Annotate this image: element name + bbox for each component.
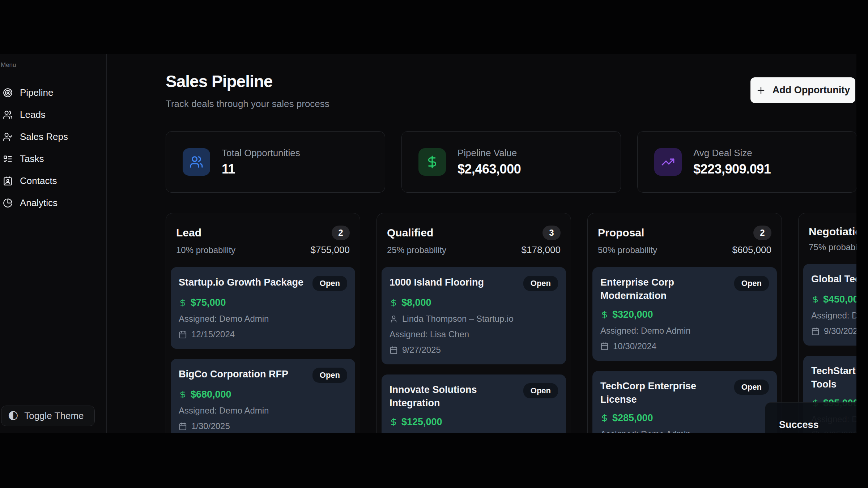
dollar-sign-icon (811, 295, 820, 304)
opportunity-contact: Linda Thompson – Startup.io (402, 314, 514, 324)
dollar-sign-icon (600, 414, 609, 422)
column-name: Negotiation (809, 226, 856, 238)
opportunity-title: TechStart Tools (811, 364, 856, 391)
opportunity-assigned: Assigned: Lisa Chen (390, 329, 469, 339)
column-cards: 1000 Island Flooring Open $8,000 Linda T… (382, 267, 566, 433)
dollar-sign-icon (390, 299, 398, 307)
column-total: $605,000 (732, 244, 771, 256)
user-check-icon (3, 132, 13, 142)
column-probability: 10% probability (176, 245, 235, 255)
opportunity-card[interactable]: BigCo Corporation RFP Open $680,000 (171, 359, 355, 433)
opportunity-date: 9/30/2025 (824, 326, 856, 336)
dollar-sign-icon (390, 418, 398, 426)
opportunity-date: 12/15/2024 (191, 329, 235, 339)
sidebar-item[interactable]: Sales Reps (0, 126, 106, 148)
pipeline-column: Qualified 3 25% probability $178,000 100… (376, 213, 571, 433)
sidebar: Menu Pipeline (0, 54, 107, 433)
contact-icon (3, 176, 13, 186)
sidebar-item-label: Leads (20, 109, 46, 120)
sidebar-nav: Pipeline Leads (0, 82, 106, 214)
users-icon (3, 110, 13, 120)
column-count-badge: 3 (542, 226, 561, 240)
success-toast[interactable]: Success (765, 402, 856, 433)
page-subtitle: Track deals through your sales process (166, 98, 329, 110)
calendar-icon (390, 346, 398, 354)
column-probability: 50% probability (598, 245, 657, 255)
opportunity-title: Global Tech (811, 273, 856, 286)
stat-value: $2,463,000 (458, 162, 521, 177)
plus-icon (756, 85, 766, 95)
pipeline-column: Lead 2 10% probability $755,000 Startup.… (166, 213, 360, 433)
sidebar-item[interactable]: Leads (0, 104, 106, 126)
calendar-icon (179, 330, 187, 339)
stats-row: Total Opportunities 11 Pipeline Value $2… (166, 131, 856, 193)
users-icon (190, 155, 203, 169)
pipeline-column: Negotiation 75% probability Global Tech … (798, 213, 856, 433)
sidebar-item-label: Contacts (20, 175, 57, 187)
opportunity-card[interactable]: Enterprise Corp Modernization Open $320,… (592, 267, 777, 361)
dollar-sign-icon (179, 299, 187, 307)
opportunity-amount: $680,000 (191, 389, 231, 400)
sidebar-item-label: Analytics (20, 197, 58, 209)
opportunity-card[interactable]: Global Tech Open $450,000 (803, 264, 856, 346)
sidebar-item-label: Pipeline (20, 87, 54, 98)
toast-title: Success (779, 419, 856, 431)
column-total: $178,000 (522, 244, 561, 256)
sidebar-item[interactable]: Analytics (0, 192, 106, 214)
opportunity-card[interactable]: 1000 Island Flooring Open $8,000 Linda T… (382, 267, 566, 364)
page-title: Sales Pipeline (166, 72, 272, 91)
app-window: Menu Pipeline (0, 54, 856, 433)
status-badge: Open (312, 368, 347, 383)
opportunity-card[interactable]: TechCorp Enterprise License Open $285,00… (592, 371, 777, 433)
target-icon (3, 88, 13, 98)
sidebar-menu-label: Menu (1, 61, 106, 69)
stat-card: Total Opportunities 11 (166, 131, 385, 193)
stat-icon-tile (418, 148, 446, 176)
column-name: Lead (176, 227, 201, 239)
calendar-icon (179, 422, 187, 431)
dollar-sign-icon (600, 311, 609, 319)
toggle-theme-button[interactable]: 🌓 Toggle Theme (1, 406, 95, 426)
opportunity-date: 9/27/2025 (402, 345, 441, 355)
add-opportunity-label: Add Opportunity (773, 85, 850, 96)
opportunity-title: Startup.io Growth Package (179, 276, 303, 289)
column-probability: 25% probability (387, 245, 446, 255)
opportunity-amount: $125,000 (401, 416, 442, 428)
column-count-badge: 2 (332, 226, 350, 240)
opportunity-assigned: Assigned: Demo Admin (179, 406, 269, 416)
column-name: Qualified (387, 227, 433, 239)
opportunity-title: Enterprise Corp Modernization (600, 276, 728, 303)
opportunity-title: TechCorp Enterprise License (600, 380, 728, 407)
column-cards: Startup.io Growth Package Open $75,000 (171, 267, 355, 433)
stat-value: $223,909.091 (693, 162, 771, 177)
dollar-sign-icon (425, 155, 439, 169)
sidebar-item-label: Sales Reps (20, 131, 68, 142)
opportunity-assigned: Assigned: Demo Admin (811, 311, 856, 321)
list-todo-icon (3, 154, 13, 164)
toggle-theme-label: Toggle Theme (24, 410, 84, 421)
sidebar-item[interactable]: Pipeline (0, 82, 106, 104)
opportunity-assigned: Assigned: Demo Admin (600, 429, 690, 433)
stat-label: Total Opportunities (222, 147, 300, 159)
column-name: Proposal (598, 227, 644, 239)
sidebar-item[interactable]: Tasks (0, 148, 106, 170)
sidebar-item[interactable]: Contacts (0, 170, 106, 192)
stat-label: Avg Deal Size (693, 147, 771, 159)
column-probability: 75% probability (809, 242, 856, 252)
trending-up-icon (661, 155, 675, 169)
column-total: $755,000 (311, 244, 350, 256)
user-icon (390, 315, 398, 323)
add-opportunity-button[interactable]: Add Opportunity (750, 77, 855, 103)
status-badge: Open (523, 383, 558, 398)
pipeline-column: Proposal 2 50% probability $605,000 Ente… (587, 213, 782, 433)
opportunity-assigned: Assigned: Demo Admin (600, 326, 690, 336)
opportunity-card[interactable]: Startup.io Growth Package Open $75,000 (171, 267, 355, 349)
opportunity-assigned: Assigned: Demo Admin (179, 314, 269, 324)
opportunity-date: 1/30/2025 (191, 421, 230, 431)
dollar-sign-icon (179, 390, 187, 399)
opportunity-date: 10/30/2024 (613, 341, 656, 351)
column-cards: Enterprise Corp Modernization Open $320,… (592, 267, 777, 433)
opportunity-title: BigCo Corporation RFP (179, 368, 288, 381)
opportunity-amount: $75,000 (191, 297, 226, 308)
opportunity-card[interactable]: Innovate Solutions Integration Open $125… (382, 374, 566, 433)
